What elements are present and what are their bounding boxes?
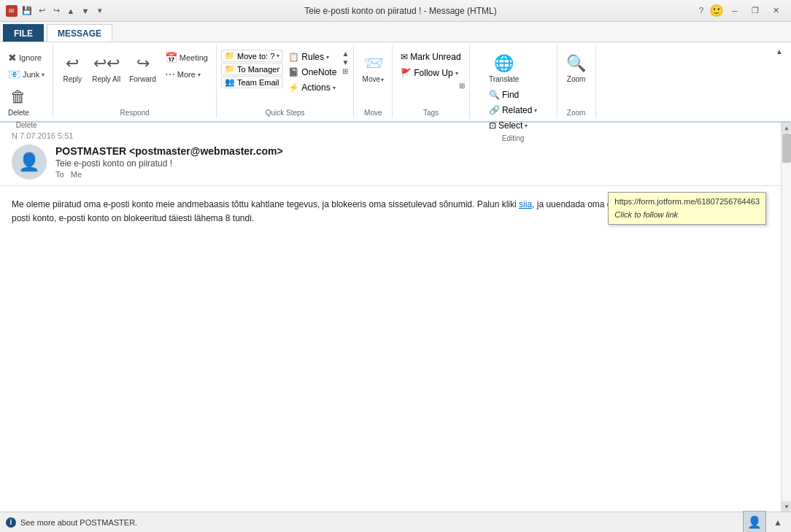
- to-value: Me: [71, 170, 82, 179]
- team-email-button[interactable]: 👥 Team Email: [221, 76, 283, 88]
- move-to-arrow: ▾: [277, 53, 279, 59]
- restore-button[interactable]: ❐: [746, 4, 765, 18]
- minimize-button[interactable]: ─: [725, 4, 744, 18]
- help-button[interactable]: ?: [695, 4, 708, 17]
- team-email-label: Team Email: [237, 78, 279, 87]
- reply-icon: ↩: [66, 52, 79, 75]
- translate-icon: 🌐: [494, 52, 514, 75]
- reply-all-label: Reply All: [92, 75, 120, 84]
- quick-steps-list: 📁 Move to: ? ▾ 📁 To Manager 👥 Team Email: [221, 50, 283, 88]
- move-arrow: ▾: [381, 77, 384, 83]
- editing-group-label: Editing: [502, 133, 525, 142]
- ribbon-group-tags: ✉ Mark Unread 🚩 Follow Up ▾ ⊞ Tags: [393, 45, 469, 118]
- mark-unread-icon: ✉: [401, 52, 408, 62]
- scroll-up-button[interactable]: ▲: [782, 123, 791, 133]
- more-respond-arrow: ▾: [198, 72, 201, 78]
- find-label: Find: [502, 90, 519, 100]
- move-btn-label-row: Move ▾: [363, 75, 384, 84]
- respond-group-label: Respond: [120, 107, 150, 117]
- respond-secondary: 📅 Meeting ⋯ More ▾: [161, 50, 212, 82]
- down-button[interactable]: ▼: [79, 4, 92, 18]
- respond-group-content: ↩ Reply ↩↩ Reply All ↪ Forward 📅 Meeting…: [58, 47, 212, 107]
- delete-icon: 🗑: [10, 85, 26, 109]
- expand-up-icon[interactable]: ▲: [342, 50, 349, 58]
- forward-button[interactable]: ↪ Forward: [126, 50, 160, 86]
- more-respond-button[interactable]: ⋯ More ▾: [161, 66, 212, 82]
- sender-row: 👤 POSTMASTER <postmaster@webmaster.com> …: [12, 144, 769, 180]
- junk-dropdown-arrow: ▾: [42, 72, 45, 78]
- redo-button[interactable]: ↪: [50, 4, 63, 18]
- select-arrow: ▾: [525, 123, 528, 129]
- actions-button[interactable]: ⚡ Actions ▾: [285, 80, 340, 95]
- tab-message[interactable]: MESSAGE: [47, 24, 112, 42]
- related-button[interactable]: 🔗 Related ▾: [485, 103, 541, 117]
- find-button[interactable]: 🔍 Find: [485, 88, 541, 102]
- ribbon: ✖ Ignore 📧 Junk ▾ 🗑 Delete Delete ↩ Repl…: [0, 42, 791, 123]
- status-up-button[interactable]: ▲: [771, 515, 785, 530]
- to-manager-label: To Manager: [237, 65, 279, 74]
- follow-up-arrow: ▾: [455, 70, 458, 77]
- zoom-icon: 🔍: [566, 52, 586, 75]
- tooltip-action[interactable]: Click to follow link: [614, 209, 760, 222]
- reply-button[interactable]: ↩ Reply: [58, 50, 87, 86]
- rules-icon: 📋: [288, 52, 299, 62]
- meeting-icon: 📅: [165, 52, 177, 63]
- tab-file[interactable]: FILE: [3, 24, 44, 42]
- meeting-button[interactable]: 📅 Meeting: [161, 50, 212, 66]
- undo-button[interactable]: ↩: [35, 4, 48, 18]
- tags-more[interactable]: ⊞: [397, 82, 464, 90]
- status-avatar: 👤: [743, 511, 766, 533]
- delete-button[interactable]: 🗑 Delete: [4, 83, 33, 120]
- reply-all-button[interactable]: ↩↩ Reply All: [88, 50, 124, 86]
- junk-button[interactable]: 📧 Junk ▾: [4, 66, 48, 82]
- scroll-thumb[interactable]: [782, 134, 791, 163]
- related-arrow: ▾: [534, 107, 537, 114]
- up-button[interactable]: ▲: [64, 4, 77, 18]
- message-body: Me oleme piiratud oma e-posti konto meie…: [0, 186, 781, 512]
- editing-secondary: 🔍 Find 🔗 Related ▾ ⊡ Select ▾: [485, 88, 541, 133]
- select-button[interactable]: ⊡ Select ▾: [485, 118, 541, 133]
- tags-group-content: ✉ Mark Unread 🚩 Follow Up ▾ ⊞: [397, 47, 464, 107]
- to-manager-button[interactable]: 📁 To Manager: [221, 63, 283, 75]
- ribbon-collapse-button[interactable]: ▲: [773, 45, 785, 57]
- zoom-group-label: Zoom: [567, 107, 586, 117]
- body-link[interactable]: siia: [519, 199, 532, 209]
- follow-up-icon: 🚩: [401, 68, 412, 78]
- follow-up-label: Follow Up: [414, 68, 452, 78]
- sender-name: POSTMASTER <postmaster@webmaster.com>: [55, 145, 769, 157]
- more-respond-icon: ⋯: [165, 69, 175, 80]
- more-button[interactable]: ▾: [93, 4, 107, 18]
- scroll-down-button[interactable]: ▼: [782, 501, 791, 512]
- move-to-button[interactable]: 📁 Move to: ? ▾: [221, 50, 283, 62]
- expand-more-icon[interactable]: ⊞: [342, 67, 348, 75]
- junk-icon: 📧: [8, 69, 20, 80]
- ribbon-group-zoom: 🔍 Zoom Zoom: [557, 45, 596, 118]
- rules-arrow: ▾: [326, 54, 329, 61]
- close-button[interactable]: ✕: [766, 4, 785, 18]
- actions-label: Actions: [301, 82, 330, 93]
- quick-steps-expand[interactable]: ▲ ▼ ⊞: [342, 50, 349, 75]
- scrollbar[interactable]: ▲ ▼: [781, 123, 791, 512]
- zoom-button[interactable]: 🔍 Zoom: [562, 50, 591, 86]
- message-to: To Me: [55, 170, 769, 179]
- app-icon: ✉: [6, 5, 18, 17]
- content-area: N 7.07.2016 5:51 👤 POSTMASTER <postmaste…: [0, 123, 791, 512]
- onenote-button[interactable]: 📓 OneNote: [285, 65, 340, 80]
- message-date: N 7.07.2016 5:51: [12, 131, 769, 140]
- follow-up-button[interactable]: 🚩 Follow Up ▾: [397, 66, 461, 80]
- to-manager-icon: 📁: [225, 64, 235, 74]
- message-header: N 7.07.2016 5:51 👤 POSTMASTER <postmaste…: [0, 123, 781, 186]
- translate-button[interactable]: 🌐 Translate: [485, 50, 522, 86]
- save-button[interactable]: 💾: [20, 4, 34, 18]
- forward-label: Forward: [129, 75, 156, 84]
- title-bar-left: ✉ 💾 ↩ ↪ ▲ ▼ ▾: [6, 4, 107, 18]
- forward-icon: ↪: [136, 52, 150, 75]
- expand-down-icon[interactable]: ▼: [342, 58, 349, 66]
- mark-unread-button[interactable]: ✉ Mark Unread: [397, 50, 464, 64]
- junk-label: Junk: [23, 70, 39, 79]
- move-button[interactable]: 📨 Move ▾: [358, 50, 387, 86]
- team-email-icon: 👥: [225, 77, 235, 87]
- scroll-track: [782, 133, 791, 501]
- ignore-button[interactable]: ✖ Ignore: [4, 50, 45, 66]
- rules-button[interactable]: 📋 Rules ▾: [285, 50, 340, 64]
